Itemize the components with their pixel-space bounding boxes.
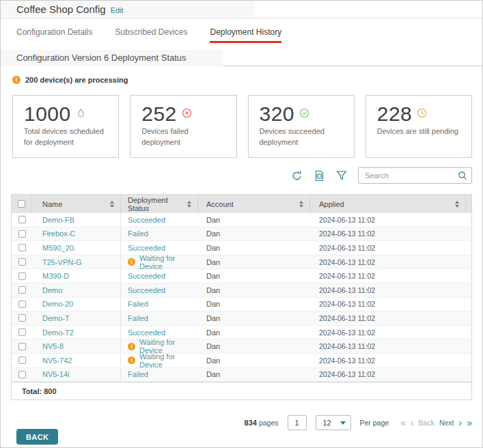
account-text: Dan — [206, 258, 220, 266]
pending-value: 228 — [377, 104, 413, 124]
next-page-link[interactable]: Next — [439, 419, 454, 427]
next-page-icon[interactable]: › — [459, 418, 463, 428]
applied-text: 2024-06-13 11:02 — [319, 356, 375, 365]
prev-page-icon[interactable]: ‹ — [411, 418, 414, 428]
total-scheduled-value: 1000 — [24, 104, 71, 124]
device-name-link[interactable]: NV5-8 — [42, 342, 64, 350]
account-text: Dan — [206, 272, 220, 280]
applied-text: 2024-06-13 11:02 — [319, 370, 375, 378]
warning-circle-icon: ! — [128, 258, 135, 266]
status-text: Succeeded — [128, 328, 165, 337]
device-name-link[interactable]: T25-VPN-G — [42, 258, 81, 266]
filter-icon[interactable] — [336, 170, 347, 181]
applied-text: 2024-06-13 11:02 — [319, 258, 375, 266]
pager-nav: « ‹ Back Next › » — [400, 418, 472, 428]
row-checkbox[interactable] — [18, 328, 26, 336]
sort-icon — [299, 201, 303, 208]
refresh-icon[interactable] — [291, 170, 303, 182]
applied-text: 2024-06-13 11:02 — [319, 328, 375, 337]
deployment-table: Name Deployment Status Account Applied D… — [11, 194, 472, 400]
applied-text: 2024-06-13 11:02 — [319, 272, 375, 280]
circle-x-icon — [182, 108, 192, 121]
applied-text: 2024-06-13 11:02 — [319, 244, 375, 252]
row-checkbox[interactable] — [18, 244, 26, 251]
table-row: Demo-T2 Succeeded Dan 2024-06-13 11:02 — [12, 326, 471, 340]
column-header-name[interactable]: Name — [32, 195, 121, 213]
last-page-icon[interactable]: » — [467, 418, 472, 428]
export-csv-icon[interactable]: csv — [314, 170, 325, 182]
pages-count: 834 — [245, 419, 257, 427]
status-text: Succeeded — [128, 272, 165, 280]
row-checkbox[interactable] — [18, 300, 26, 308]
row-checkbox[interactable] — [18, 230, 26, 238]
status-text: Failed — [128, 229, 148, 238]
row-checkbox[interactable] — [18, 258, 26, 266]
stat-cards: 1000 Total devices scheduled for deploym… — [12, 95, 472, 158]
device-name-link[interactable]: NV5-742 — [42, 356, 72, 365]
applied-text: 2024-06-13 11:02 — [319, 229, 375, 238]
per-page-value: 12 — [323, 419, 331, 427]
tab-subscribed-devices[interactable]: Subscribed Devices — [115, 27, 187, 43]
row-checkbox[interactable] — [18, 286, 26, 294]
status-text: Waiting for Device — [139, 352, 198, 369]
device-name-link[interactable]: Firebox-C — [42, 229, 75, 238]
device-name-link[interactable]: Demo-20 — [42, 300, 73, 308]
card-total-scheduled: 1000 Total devices scheduled for deploym… — [12, 95, 119, 158]
warning-circle-icon: ! — [12, 76, 20, 84]
account-text: Dan — [206, 370, 220, 378]
chevron-down-icon — [340, 421, 346, 425]
back-page-link[interactable]: Back — [419, 419, 434, 427]
device-name-link[interactable]: M390-D — [42, 272, 69, 280]
per-page-select[interactable]: 12 — [316, 415, 351, 430]
column-header-account[interactable]: Account — [198, 195, 310, 213]
device-name-link[interactable]: Demo — [42, 286, 62, 294]
edit-link[interactable]: Edit — [111, 6, 124, 14]
device-name-link[interactable]: Demo-T2 — [42, 328, 74, 337]
circle-check-icon — [299, 108, 309, 121]
header-spacer — [466, 195, 471, 213]
processing-alert: ! 200 device(s) are processing — [12, 76, 482, 84]
row-checkbox[interactable] — [18, 343, 26, 350]
account-text: Dan — [206, 229, 220, 238]
row-checkbox[interactable] — [18, 216, 26, 223]
row-checkbox[interactable] — [18, 314, 26, 322]
failed-value: 252 — [141, 104, 177, 124]
account-text: Dan — [206, 244, 220, 252]
search-input[interactable] — [358, 167, 472, 184]
status-text: Waiting for Device — [139, 254, 198, 270]
card-pending: 228 Devices are still pending — [365, 95, 472, 158]
row-checkbox[interactable] — [18, 356, 26, 364]
row-checkbox[interactable] — [18, 272, 26, 280]
column-label-name: Name — [42, 200, 110, 208]
table-header: Name Deployment Status Account Applied — [12, 195, 471, 213]
pages-word: pages — [259, 419, 279, 427]
first-page-icon[interactable]: « — [400, 418, 406, 428]
row-checkbox[interactable] — [18, 371, 26, 378]
page-number-input[interactable] — [288, 415, 307, 430]
table-row: NV5-742 !Waiting for Device Dan 2024-06-… — [12, 354, 471, 368]
search-icon — [458, 171, 467, 180]
pagination: 834pages 12 Per page « ‹ Back Next › » — [245, 415, 472, 430]
device-name-link[interactable]: Demo-FB — [42, 216, 74, 224]
select-all-checkbox[interactable] — [18, 200, 25, 208]
column-header-deployment-status[interactable]: Deployment Status — [121, 195, 198, 213]
app-window: Coffee Shop Config Edit Configuration De… — [0, 0, 483, 448]
pages-count-wrap: 834pages — [245, 419, 279, 427]
section-header: Configuration Version 6 Deployment Statu… — [1, 52, 482, 66]
device-name-link[interactable]: NV5-14i — [42, 370, 70, 378]
table-row: Demo-FB Succeeded Dan 2024-06-13 11:02 — [12, 213, 471, 227]
account-text: Dan — [206, 216, 220, 224]
sort-icon — [110, 201, 114, 208]
column-header-applied[interactable]: Applied — [310, 195, 466, 213]
card-succeeded: 320 Devices succeeded deployment — [248, 95, 355, 158]
applied-text: 2024-06-13 11:02 — [319, 286, 375, 294]
device-name-link[interactable]: Demo-T — [42, 314, 70, 322]
device-name-link[interactable]: M590_20. — [42, 244, 76, 252]
tab-configuration-details[interactable]: Configuration Details — [16, 27, 92, 43]
account-text: Dan — [206, 328, 220, 337]
sort-icon — [187, 201, 191, 208]
section-title: Configuration Version 6 Deployment Statu… — [16, 53, 187, 63]
back-button[interactable]: BACK — [16, 429, 58, 445]
tab-deployment-history[interactable]: Deployment History — [210, 27, 281, 43]
table-row: Demo Succeeded Dan 2024-06-13 11:02 — [12, 283, 471, 298]
